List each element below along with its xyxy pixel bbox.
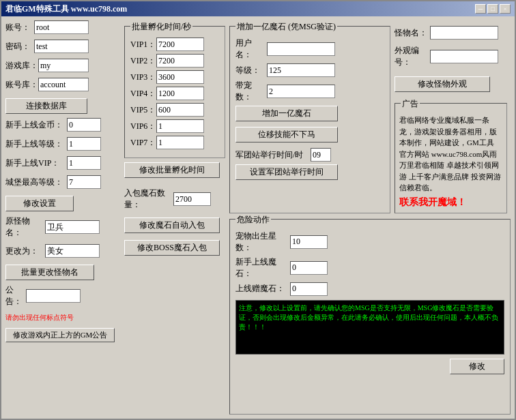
pet-star-input[interactable] (290, 235, 328, 249)
title-bar: 君临GM特殊工具 www.uc798.com ─ □ × (1, 1, 515, 16)
monster-appearance-section: 怪物名： 外观编号： 修改怪物外观 广告 君临网络专业魔域私服一条龙，游戏架设服… (395, 26, 511, 213)
announcement-row: 公告： 请勿出现任何标点符号 (5, 284, 120, 308)
vip6-input[interactable] (156, 119, 204, 133)
account-label: 账号： (5, 22, 34, 33)
ad-content: 君临网络专业魔域私服一条龙，游戏架设服务器相用，版本制作，网站建设，GM工具 官… (399, 115, 502, 194)
monster-name-input[interactable] (430, 26, 498, 40)
modify-hatch-button[interactable]: 修改批量孵化时间 (124, 162, 220, 178)
vip1-row: VIP1： (130, 38, 219, 51)
external-code-label: 外观编号： (395, 45, 430, 68)
vip3-input[interactable] (156, 70, 204, 84)
accountdb-row: 账号库： (5, 78, 120, 91)
online-gift-input[interactable] (290, 282, 328, 296)
newbie-level-label: 新手上线等级： (5, 138, 67, 150)
minimize-button[interactable]: ─ (475, 4, 486, 14)
move-skill-button[interactable]: 位移技能不下马 (235, 127, 338, 142)
newbie-gold-row: 新手上线金币： (5, 118, 120, 132)
level-input[interactable] (267, 63, 335, 77)
ad-contact-text: 联系我开魔域！ (399, 197, 466, 207)
gamedb-row: 游戏库： (5, 59, 120, 72)
guild-time-button[interactable]: 设置军团站举行时间 (235, 164, 338, 180)
level-label: 等级： (235, 65, 267, 76)
password-row: 密码： (5, 40, 120, 53)
main-window: 君临GM特殊工具 www.uc798.com ─ □ × 账号： 密码： 游戏库… (0, 0, 516, 420)
change-to-row: 更改为： (5, 244, 120, 258)
maximize-button[interactable]: □ (487, 4, 498, 14)
password-label: 密码： (5, 41, 34, 52)
password-input[interactable] (34, 40, 89, 53)
accountdb-input[interactable] (38, 78, 89, 91)
modify-settings-button[interactable]: 修改设置 (5, 196, 74, 211)
external-code-input[interactable] (430, 50, 498, 63)
newbie-vip-row: 新手上线VIP： (5, 156, 120, 170)
danger-panel: 危险动作 宠物出生星数： 新手上线魔石： 上线赠魔石： 注意，修改以上设 (229, 219, 511, 415)
batch-change-monster-button[interactable]: 批量更改怪物名 (5, 265, 94, 280)
connect-db-button[interactable]: 连接数据库 (5, 98, 87, 114)
vip5-label: VIP5： (130, 104, 156, 116)
top-right-area: 增加一亿魔石 (凭MSG验证) 用户名： 等级： 带宠数： 增加一亿魔石 (229, 20, 511, 213)
username-input[interactable] (267, 42, 335, 56)
accountdb-label: 账号库： (5, 79, 38, 91)
newbie-level-input[interactable] (67, 137, 101, 151)
original-monster-row: 原怪物名： (5, 215, 120, 239)
ad-panel: 广告 君临网络专业魔域私服一条龙，游戏架设服务器相用，版本制作，网站建设，GM工… (395, 103, 507, 213)
add-magic-button[interactable]: 增加一亿魔石 (235, 106, 338, 121)
account-row: 账号： (5, 20, 120, 34)
modify-announcement-button[interactable]: 修改游戏内正上方的GM公告 (5, 328, 115, 342)
original-monster-input[interactable] (45, 220, 100, 234)
vip4-label: VIP4： (130, 88, 156, 100)
modify-magic-auto-button[interactable]: 修改魔石自动入包 (124, 217, 220, 233)
newbie-gold-input[interactable] (67, 118, 101, 132)
change-to-input[interactable] (45, 244, 100, 258)
gamedb-input[interactable] (38, 59, 89, 72)
online-gift-row: 上线赠魔石： (235, 282, 504, 296)
max-castle-input[interactable] (67, 175, 101, 189)
modify-danger-button[interactable]: 修改 (450, 359, 504, 374)
newbie-vip-input[interactable] (67, 156, 101, 170)
add-magic-panel-label: 增加一亿魔石 (凭MSG验证) (235, 21, 337, 33)
vip2-row: VIP2： (130, 54, 219, 68)
middle-column: 批量孵化时间/秒 VIP1： VIP2： VIP3： VIP4： (124, 20, 225, 415)
max-castle-label: 城堡最高等级： (5, 177, 67, 188)
account-input[interactable] (34, 20, 89, 34)
vip7-input[interactable] (156, 136, 204, 149)
pet-count-row: 带宠数： (235, 80, 384, 103)
vip5-input[interactable] (156, 103, 204, 117)
hatch-time-panel: 批量孵化时间/秒 VIP1： VIP2： VIP3： VIP4： (124, 26, 225, 158)
pet-count-input[interactable] (267, 85, 335, 98)
level-row: 等级： (235, 63, 384, 77)
vip4-input[interactable] (156, 87, 204, 100)
announcement-input[interactable] (26, 289, 81, 303)
vip6-label: VIP6： (130, 121, 156, 132)
vip2-input[interactable] (156, 54, 204, 68)
pack-magic-label: 入包魔石数量： (124, 188, 173, 211)
hatch-panel-label: 批量孵化时间/秒 (130, 21, 192, 33)
vip7-label: VIP7： (130, 137, 156, 149)
guild-time-row: 军团站举行时间/时 (235, 148, 384, 162)
window-controls: ─ □ × (475, 4, 511, 14)
window-title: 君临GM特殊工具 www.uc798.com (5, 3, 127, 15)
newbie-magic-label: 新手上线魔石： (235, 256, 290, 280)
original-monster-label: 原怪物名： (5, 215, 45, 239)
vip1-label: VIP1： (130, 39, 156, 50)
vip2-label: VIP2： (130, 55, 156, 67)
content-area: 账号： 密码： 游戏库： 账号库： 连接数据库 新手上线金币： (1, 16, 515, 419)
guild-time-label: 军团站举行时间/时 (235, 149, 311, 161)
guild-time-input[interactable] (311, 148, 331, 162)
username-row: 用户名： (235, 38, 384, 61)
monster-name-row: 怪物名： (395, 26, 511, 40)
vip4-row: VIP4： (130, 87, 219, 100)
online-gift-label: 上线赠魔石： (235, 283, 290, 295)
newbie-magic-input[interactable] (290, 261, 328, 275)
vip1-input[interactable] (156, 38, 204, 51)
modify-boss-magic-button[interactable]: 修改BOSS魔石入包 (124, 240, 220, 256)
gamedb-label: 游戏库： (5, 60, 38, 72)
warning-text: 注意，修改以上设置前，请先确认您的MSG是否支持无限，MSG修改魔石是否需要验证… (239, 304, 498, 331)
newbie-vip-label: 新手上线VIP： (5, 158, 67, 169)
danger-panel-label: 危险动作 (235, 214, 271, 226)
pack-magic-row: 入包魔石数量： (124, 188, 225, 211)
close-button[interactable]: × (500, 4, 511, 14)
vip3-label: VIP3： (130, 72, 156, 83)
pack-magic-input[interactable] (173, 192, 211, 206)
modify-appearance-button[interactable]: 修改怪物外观 (395, 76, 490, 92)
